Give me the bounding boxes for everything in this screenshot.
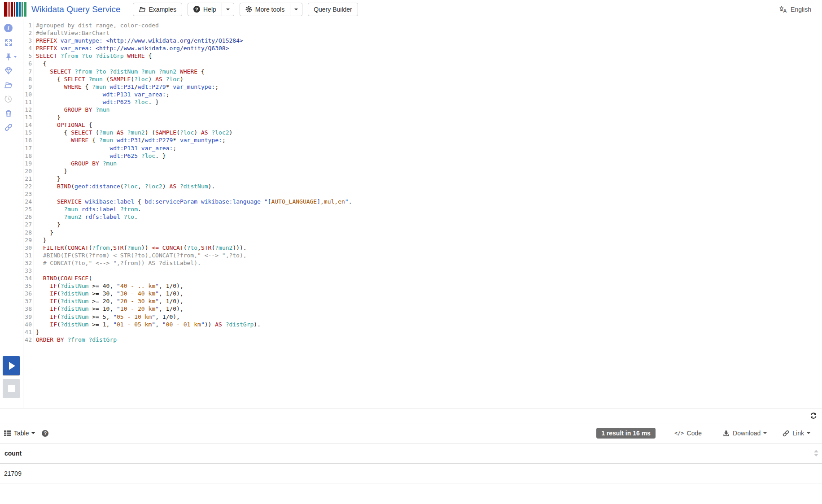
query-builder-button[interactable]: Query Builder (308, 3, 358, 16)
code-line: IF(?distNum >= 40, "40 - .. km", 1/0), (36, 282, 822, 290)
top-header: Wikidata Query Service Examples ? Help (0, 0, 822, 19)
line-number: 6 (23, 60, 32, 67)
more-tools-dropdown-toggle[interactable] (290, 3, 302, 16)
link-label: Link (792, 430, 804, 437)
header-buttons: Examples ? Help (133, 3, 358, 16)
code-line: BIND(geof:distance(?loc, ?loc2) AS ?dist… (36, 182, 822, 190)
code-line: SERVICE wikibase:label { bd:serviceParam… (36, 198, 822, 205)
code-line: BIND(COALESCE( (36, 274, 822, 282)
code-line: wdt:P625 ?loc. } (36, 98, 822, 106)
line-number: 30 (23, 244, 32, 252)
line-number: 24 (23, 198, 32, 205)
stop-query-button[interactable] (3, 379, 20, 398)
sparql-editor: 1234567891011121314151617181920212223242… (23, 18, 822, 408)
code-line: ?mun rdfs:label ?from. (36, 205, 822, 213)
line-number: 40 (23, 321, 32, 328)
line-number: 31 (23, 252, 32, 259)
code-line: { (36, 60, 822, 67)
caret-down-icon (31, 432, 35, 434)
column-header[interactable]: count (4, 450, 22, 457)
table-body: 21709 (0, 464, 822, 483)
line-number: 28 (23, 229, 32, 236)
line-number: 41 (23, 328, 32, 336)
question-circle-icon: ? (193, 6, 200, 13)
gem-icon[interactable] (4, 66, 13, 75)
code-line: WHERE { ?mun wdt:P31/wdt:P279* var_munty… (36, 83, 822, 91)
trash-icon[interactable] (4, 109, 13, 118)
line-number: 12 (23, 106, 32, 113)
link-dropdown[interactable]: Link (782, 430, 810, 437)
results-toolbar: Table ? 1 result in 16 ms </> Code Downl… (0, 423, 822, 443)
refresh-icon[interactable] (809, 412, 818, 420)
line-number: 1 (23, 22, 32, 29)
table-cell: 21709 (4, 470, 22, 477)
results-help-icon[interactable]: ? (42, 430, 48, 437)
code-line: wdt:P625 ?loc. } (36, 152, 822, 160)
line-number: 7 (23, 68, 32, 75)
logo-bar (16, 2, 18, 17)
logo-bar (4, 2, 7, 17)
run-query-button[interactable] (3, 356, 20, 375)
line-number: 29 (23, 236, 32, 244)
play-icon (9, 362, 15, 370)
help-dropdown-toggle[interactable] (222, 3, 234, 16)
line-number: 10 (23, 91, 32, 98)
line-number: 5 (23, 52, 32, 60)
line-number: 22 (23, 182, 32, 190)
fullscreen-icon[interactable] (4, 38, 13, 47)
history-icon[interactable] (4, 95, 13, 104)
line-number: 37 (23, 297, 32, 305)
language-selector[interactable]: A English (778, 0, 811, 18)
code-line: } (36, 236, 822, 244)
code-line: { SELECT ?mun (SAMPLE(?loc) AS ?loc) (36, 75, 822, 83)
caret-down-icon (226, 9, 230, 10)
line-number: 13 (23, 113, 32, 121)
line-number: 21 (23, 175, 32, 182)
code-line: #BIND(IF(STR(?from) < STR(?to),CONCAT(?f… (36, 252, 822, 259)
line-number: 39 (23, 313, 32, 321)
code-line: PREFIX var_area: <http://www.wikidata.or… (36, 44, 822, 52)
examples-button[interactable]: Examples (133, 3, 182, 16)
query-workspace: i (0, 18, 822, 408)
code-line: IF(?distNum >= 5, "05 - 10 km", 1/0), (36, 313, 822, 321)
pin-dropdown-caret[interactable] (14, 56, 17, 58)
line-number: 2 (23, 29, 32, 37)
table-list-icon (4, 430, 11, 436)
code-line: OPTIONAL { (36, 121, 822, 129)
code-button[interactable]: </> Code (674, 430, 702, 437)
code-icon: </> (674, 430, 684, 436)
open-query-icon[interactable] (4, 80, 13, 89)
more-tools-button-group: More tools (240, 3, 302, 16)
code-input[interactable]: #grouped by dist range, color-coded#defa… (36, 22, 822, 343)
more-tools-button[interactable]: More tools (240, 3, 290, 16)
line-number: 27 (23, 221, 32, 228)
help-button[interactable]: ? Help (188, 3, 222, 16)
code-line: PREFIX var_muntype: <http://www.wikidata… (36, 37, 822, 44)
editor-side-toolbar: i (0, 18, 23, 408)
folder-open-icon (139, 6, 146, 13)
page-title[interactable]: Wikidata Query Service (31, 4, 121, 14)
pin-icon[interactable] (4, 52, 13, 61)
line-number: 36 (23, 290, 32, 297)
sort-icon[interactable] (814, 450, 818, 456)
info-icon[interactable]: i (4, 24, 13, 33)
line-number: 9 (23, 83, 32, 91)
help-label: Help (203, 6, 216, 13)
line-number: 20 (23, 167, 32, 175)
code-line: SELECT ?from ?to ?distNum ?mun ?mun2 WHE… (36, 68, 822, 75)
logo-bar (14, 2, 15, 17)
view-selector-dropdown[interactable]: Table (4, 430, 35, 437)
line-number: 15 (23, 129, 32, 136)
code-line: } (36, 328, 822, 336)
link-icon[interactable] (4, 123, 13, 132)
download-dropdown[interactable]: Download (722, 430, 767, 437)
results-toolbar-right: 1 result in 16 ms </> Code Download (596, 423, 810, 443)
line-number-gutter: 1234567891011121314151617181920212223242… (23, 22, 34, 343)
code-line: IF(?distNum >= 30, "30 - 40 km", 1/0), (36, 290, 822, 297)
code-line: WHERE { ?mun wdt:P31/wdt:P279* var_munty… (36, 136, 822, 144)
code-line (36, 190, 822, 198)
wikidata-logo[interactable] (4, 2, 26, 17)
code-line: GROUP BY ?mun (36, 106, 822, 113)
results-refresh-strip (0, 408, 822, 423)
line-number: 26 (23, 213, 32, 221)
